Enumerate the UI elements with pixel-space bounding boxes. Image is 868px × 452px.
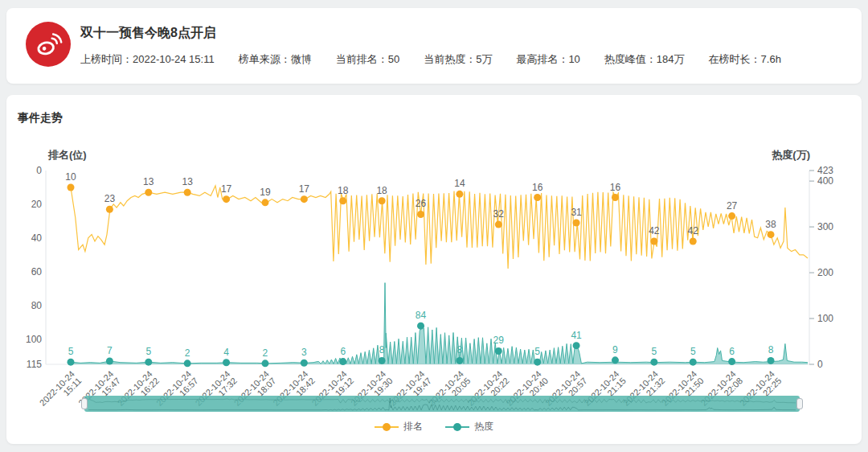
heat-point[interactable]: [417, 323, 424, 330]
rank-point-label: 32: [493, 208, 505, 220]
heat-point[interactable]: [573, 342, 580, 349]
rank-point-label: 26: [416, 198, 427, 209]
heat-point[interactable]: [223, 359, 230, 366]
heat-point[interactable]: [339, 358, 346, 365]
legend-marker: [375, 422, 399, 432]
meta-item-1: 榜单来源：微博: [239, 52, 312, 67]
rank-point-label: 42: [649, 225, 660, 236]
rank-point[interactable]: [339, 197, 346, 204]
heat-point-label: 9: [612, 344, 618, 355]
rank-point[interactable]: [184, 189, 191, 196]
heat-point-label: 5: [534, 346, 540, 357]
datazoom-slider[interactable]: [84, 396, 800, 412]
rank-point[interactable]: [379, 197, 386, 204]
event-header-card: 双十一预售今晚8点开启 上榜时间：2022-10-24 15:11榜单来源：微博…: [6, 8, 862, 84]
heat-point[interactable]: [106, 358, 113, 365]
heat-point[interactable]: [145, 359, 152, 366]
y-axis-left-tick-label: 60: [31, 266, 43, 277]
y-axis-left-tick-label: 115: [27, 359, 42, 370]
rank-point-label: 31: [571, 207, 582, 218]
rank-point-label: 14: [454, 178, 465, 189]
datazoom-preview: [84, 396, 800, 412]
meta-value: 微博: [291, 53, 312, 65]
rank-point-label: 23: [104, 193, 116, 204]
rank-point-label: 19: [260, 187, 271, 198]
heat-point[interactable]: [379, 357, 386, 364]
heat-point[interactable]: [690, 359, 697, 366]
y-axis-right-tick-label: 300: [817, 221, 833, 232]
rank-point[interactable]: [650, 238, 657, 245]
y-axis-right-tick-label: 0: [817, 359, 823, 370]
rank-point[interactable]: [68, 183, 75, 191]
datazoom-handle-left[interactable]: [81, 398, 88, 409]
y-axis-left-tick-label: 20: [31, 199, 43, 210]
heat-point[interactable]: [768, 357, 775, 364]
x-axis-label: 2022-10-2415:11: [38, 369, 84, 415]
rank-point[interactable]: [261, 199, 268, 206]
trend-chart: 02040608010011542340030020010002022-10-2…: [6, 95, 862, 444]
meta-value: 7.6h: [761, 53, 781, 65]
y-axis-left-tick-label: 100: [26, 334, 42, 345]
heat-point[interactable]: [495, 347, 502, 355]
heat-point[interactable]: [728, 358, 735, 365]
chart-legend: 排名热度: [6, 420, 862, 434]
y-axis-left-tick-label: 40: [31, 232, 43, 244]
legend-marker: [445, 422, 469, 432]
y-axis-left-tick-label: 80: [31, 300, 43, 311]
heat-point[interactable]: [261, 360, 268, 367]
rank-point[interactable]: [534, 194, 541, 201]
rank-point[interactable]: [768, 231, 775, 238]
heat-point-label: 2: [263, 347, 268, 359]
weibo-trend-page: { "header": { "icon": "weibo-icon", "ico…: [0, 0, 868, 452]
heat-point[interactable]: [184, 360, 191, 367]
event-meta-row: 上榜时间：2022-10-24 15:11榜单来源：微博当前排名：50当前热度：…: [80, 52, 781, 67]
heat-point[interactable]: [68, 359, 75, 366]
rank-point[interactable]: [495, 221, 502, 228]
rank-point[interactable]: [106, 206, 113, 213]
trend-chart-card: 事件走势 排名(位) 热度(万) 02040608010011542340030…: [6, 95, 862, 444]
heat-line[interactable]: [71, 283, 808, 364]
meta-label: 上榜时间：: [80, 53, 133, 65]
heat-point[interactable]: [456, 357, 463, 364]
rank-point-label: 17: [299, 183, 310, 195]
heat-point-label: 6: [729, 346, 735, 357]
heat-point[interactable]: [650, 359, 657, 366]
heat-point-label: 5: [68, 346, 74, 357]
rank-point[interactable]: [573, 219, 580, 226]
rank-point[interactable]: [417, 211, 424, 218]
rank-point-label: 13: [182, 176, 193, 187]
heat-point-label: 8: [379, 344, 385, 355]
heat-point[interactable]: [301, 360, 308, 367]
y-axis-left-tick-label: 0: [36, 165, 42, 176]
datazoom-handle-right[interactable]: [796, 398, 803, 409]
weibo-icon: [34, 30, 63, 59]
meta-label: 当前排名：: [336, 53, 388, 65]
heat-point[interactable]: [612, 356, 619, 364]
legend-item-rank[interactable]: 排名: [375, 420, 423, 434]
rank-point[interactable]: [728, 212, 735, 220]
rank-point[interactable]: [223, 195, 230, 203]
heat-point-label: 41: [571, 330, 582, 341]
heat-point-label: 5: [652, 346, 657, 357]
y-axis-right-tick-label: 423: [817, 165, 833, 176]
rank-point[interactable]: [301, 195, 308, 203]
meta-item-0: 上榜时间：2022-10-24 15:11: [80, 52, 215, 67]
rank-point[interactable]: [612, 194, 619, 201]
rank-point[interactable]: [145, 189, 152, 196]
meta-label: 当前热度：: [424, 53, 476, 65]
heat-point-label: 8: [768, 344, 774, 355]
legend-item-heat[interactable]: 热度: [445, 420, 493, 434]
rank-point-label: 17: [221, 183, 232, 195]
heat-point-label: 2: [185, 347, 190, 359]
heat-point-label: 7: [107, 345, 113, 356]
heat-point[interactable]: [534, 359, 541, 366]
meta-item-4: 最高排名：10: [516, 52, 579, 67]
rank-point[interactable]: [456, 191, 463, 198]
meta-item-6: 在榜时长：7.6h: [709, 52, 781, 67]
rank-point-label: 18: [376, 185, 387, 196]
meta-label: 在榜时长：: [709, 53, 761, 65]
meta-item-5: 热度峰值：184万: [604, 52, 685, 67]
rank-point-label: 16: [532, 182, 543, 193]
rank-point[interactable]: [690, 238, 697, 245]
legend-label: 热度: [474, 420, 493, 434]
